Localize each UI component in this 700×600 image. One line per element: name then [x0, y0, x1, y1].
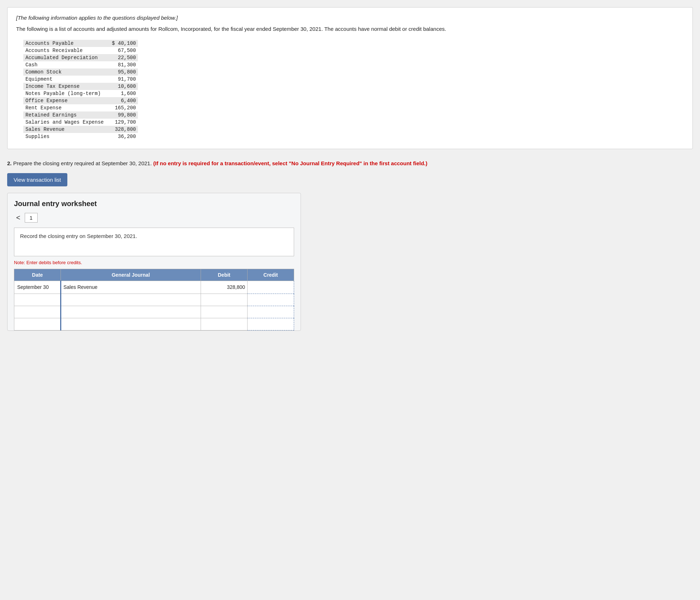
italic-note: [The following information applies to th… [16, 15, 684, 21]
journal-gj-cell[interactable] [61, 294, 201, 306]
journal-table: Date General Journal Debit Credit Septem… [14, 269, 294, 330]
account-name: Salaries and Wages Expense [23, 119, 106, 126]
journal-date-cell[interactable] [14, 306, 61, 318]
journal-credit-cell[interactable] [248, 281, 294, 294]
account-name: Common Stock [23, 68, 106, 76]
account-amount: 81,300 [106, 61, 138, 68]
col-header-credit: Credit [248, 269, 294, 281]
col-header-date: Date [14, 269, 61, 281]
account-amount: 10,600 [106, 83, 138, 90]
record-instruction: Record the closing entry on September 30… [14, 228, 294, 256]
table-row: September 30Sales Revenue328,800 [14, 281, 294, 294]
table-row [14, 294, 294, 306]
journal-date-cell[interactable] [14, 318, 61, 330]
journal-title: Journal entry worksheet [14, 200, 294, 208]
account-name: Cash [23, 61, 106, 68]
account-amount: 95,800 [106, 68, 138, 76]
account-name: Office Expense [23, 97, 106, 104]
journal-debit-cell[interactable] [201, 318, 248, 330]
journal-credit-cell[interactable] [248, 294, 294, 306]
journal-date-cell[interactable]: September 30 [14, 281, 61, 294]
account-name: Equipment [23, 76, 106, 83]
account-name: Accounts Receivable [23, 47, 106, 54]
account-amount: 67,500 [106, 47, 138, 54]
journal-credit-cell[interactable] [248, 318, 294, 330]
account-amount: 1,600 [106, 90, 138, 97]
description-text: The following is a list of accounts and … [16, 25, 684, 33]
journal-gj-cell[interactable]: Sales Revenue [61, 281, 201, 294]
journal-date-cell[interactable] [14, 294, 61, 306]
account-name: Accumulated Depreciation [23, 54, 106, 61]
question-main-text: Prepare the closing entry required at Se… [13, 160, 152, 166]
account-amount: 36,200 [106, 133, 138, 140]
table-row [14, 318, 294, 330]
journal-gj-cell[interactable] [61, 306, 201, 318]
account-name: Rent Expense [23, 104, 106, 111]
journal-debit-cell[interactable] [201, 306, 248, 318]
journal-debit-cell[interactable]: 328,800 [201, 281, 248, 294]
account-name: Sales Revenue [23, 126, 106, 133]
journal-debit-cell[interactable] [201, 294, 248, 306]
col-header-debit: Debit [201, 269, 248, 281]
col-header-gj: General Journal [61, 269, 201, 281]
view-transaction-list-button[interactable]: View transaction list [7, 173, 67, 186]
account-amount: 91,700 [106, 76, 138, 83]
journal-credit-cell[interactable] [248, 306, 294, 318]
page-number: 1 [25, 213, 38, 223]
account-amount: 165,200 [106, 104, 138, 111]
account-amount: $ 40,100 [106, 40, 138, 47]
account-name: Supplies [23, 133, 106, 140]
table-row [14, 306, 294, 318]
prev-page-button[interactable]: < [14, 213, 23, 223]
journal-worksheet: Journal entry worksheet < 1 Record the c… [7, 193, 301, 331]
account-name: Accounts Payable [23, 40, 106, 47]
question-text: 2. Prepare the closing entry required at… [7, 159, 693, 167]
account-name: Retained Earnings [23, 111, 106, 119]
account-amount: 22,500 [106, 54, 138, 61]
account-amount: 99,800 [106, 111, 138, 119]
note-text: Note: Enter debits before credits. [14, 260, 294, 265]
nav-row: < 1 [14, 213, 294, 223]
account-name: Notes Payable (long-term) [23, 90, 106, 97]
account-amount: 328,800 [106, 126, 138, 133]
question-section: 2. Prepare the closing entry required at… [7, 156, 693, 337]
accounts-table: Accounts Payable$ 40,100Accounts Receiva… [23, 40, 138, 140]
account-name: Income Tax Expense [23, 83, 106, 90]
question-bold-red: (If no entry is required for a transacti… [153, 160, 427, 166]
account-amount: 129,700 [106, 119, 138, 126]
question-number: 2. [7, 160, 12, 166]
journal-gj-cell[interactable] [61, 318, 201, 330]
context-box: [The following information applies to th… [7, 7, 693, 149]
account-amount: 6,400 [106, 97, 138, 104]
